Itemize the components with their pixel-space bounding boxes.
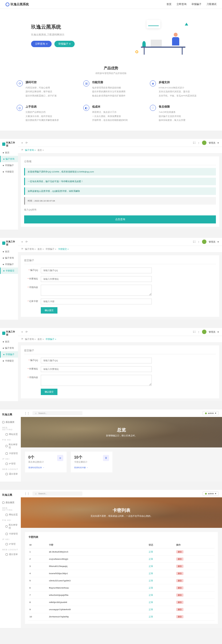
- stat-link[interactable]: 登录时传卡密 →: [74, 466, 109, 469]
- bc-tab-active[interactable]: 举报骗子 ×: [46, 338, 56, 341]
- search-input[interactable]: ⌕Search...: [32, 492, 82, 496]
- bc-refresh[interactable]: ⟳: [21, 338, 23, 341]
- topbar: ≡⟳ ⛶⋮管理员▾: [18, 139, 222, 147]
- delete-button[interactable]: 删除: [176, 572, 183, 575]
- expand-icon[interactable]: ⛶: [193, 241, 195, 243]
- sidebar-item[interactable]: 黑名单管理: [2, 522, 19, 531]
- nav-home[interactable]: 首页: [167, 2, 171, 6]
- sidebar-item[interactable]: IP管理: [2, 541, 19, 547]
- refresh-icon[interactable]: ⟳: [26, 141, 28, 144]
- sidebar-item-query[interactable]: 骗子查询: [0, 255, 18, 261]
- bc-tab[interactable]: 骗子查询 ×: [25, 248, 36, 251]
- sidebar-item-home[interactable]: 首页: [0, 338, 18, 345]
- sidebar-item-card[interactable]: 卡密提交: [0, 169, 18, 175]
- delete-button[interactable]: 删除: [176, 601, 183, 604]
- delete-button[interactable]: 删除: [176, 615, 183, 618]
- sidebar-item-card[interactable]: 卡密提交: [0, 358, 18, 364]
- delete-button[interactable]: 删除: [176, 579, 183, 582]
- menu-icon[interactable]: ≡: [21, 240, 23, 243]
- form-input[interactable]: [41, 358, 152, 363]
- avatar[interactable]: [202, 240, 206, 244]
- sidebar-item-report[interactable]: 举报骗子: [0, 162, 18, 169]
- search-input[interactable]: ⌕Search...: [32, 411, 82, 415]
- sidebar-item[interactable]: 卡密管理: [2, 450, 19, 456]
- menu-icon[interactable]: ⋮⋮: [24, 492, 30, 495]
- delete-button[interactable]: 删除: [176, 608, 183, 611]
- nav-query[interactable]: 立即查询: [176, 2, 186, 6]
- delete-button[interactable]: 删除: [176, 586, 183, 589]
- user-menu[interactable]: admin▾: [203, 411, 219, 415]
- form-input[interactable]: [41, 268, 152, 273]
- expand-icon[interactable]: ⛶: [193, 331, 195, 333]
- sidebar-item[interactable]: 网站设置: [2, 431, 19, 437]
- expand-icon[interactable]: ⛶: [193, 142, 195, 144]
- form-input[interactable]: [41, 276, 152, 282]
- bc-tab[interactable]: 骗子查询 ×: [25, 338, 36, 341]
- form-input[interactable]: [41, 285, 152, 296]
- sidebar-item-card[interactable]: 卡密提交: [0, 268, 18, 274]
- delete-button[interactable]: 删除: [176, 565, 183, 568]
- report-button[interactable]: 举报骗子 ⊙: [54, 41, 75, 47]
- chevron-down-icon[interactable]: ▾: [218, 331, 219, 333]
- admin-label[interactable]: 管理员: [209, 240, 215, 243]
- menu-icon[interactable]: ≡: [21, 141, 23, 144]
- avatar[interactable]: [202, 141, 206, 145]
- admin-label[interactable]: 管理员: [209, 141, 215, 144]
- sidebar-item[interactable]: 黑名单管理: [2, 442, 19, 450]
- sidebar-item-query[interactable]: 骗子查询: [0, 156, 18, 162]
- avatar[interactable]: [202, 330, 206, 334]
- bc-tab-home[interactable]: 首页 ×: [37, 149, 44, 152]
- sidebar-item[interactable]: 退出登录: [2, 471, 19, 477]
- delete-button[interactable]: 删除: [176, 558, 183, 561]
- sidebar-item[interactable]: 网站设置: [2, 512, 19, 518]
- bc-tab-query[interactable]: 骗子查询 ×: [25, 149, 36, 152]
- admin-label[interactable]: 管理员: [209, 330, 215, 334]
- refresh-icon[interactable]: ⟳: [26, 330, 28, 333]
- more-icon[interactable]: ⋮: [198, 241, 200, 243]
- bc-refresh[interactable]: ⟳: [21, 248, 23, 251]
- submit-button[interactable]: 确认提交: [41, 307, 57, 314]
- nav-report[interactable]: 举报骗子: [191, 2, 201, 6]
- delete-button[interactable]: 删除: [176, 594, 183, 597]
- form-input[interactable]: [41, 299, 152, 304]
- logo-text: 玖逸云黑系统: [11, 2, 29, 6]
- query-button[interactable]: 立即查询 ⊙: [31, 41, 52, 47]
- bc-tab-active[interactable]: 卡密提交 ×: [58, 248, 69, 251]
- chevron-down-icon[interactable]: ▾: [218, 142, 219, 144]
- menu-icon[interactable]: ≡: [21, 330, 23, 333]
- sidebar-item[interactable]: 卡密管理: [2, 531, 19, 537]
- bc-tab[interactable]: 首页 ×: [37, 248, 44, 251]
- sidebar-item-home[interactable]: 首页: [0, 149, 18, 156]
- sidebar-item[interactable]: 退出登录: [2, 551, 19, 557]
- sidebar-item[interactable]: 后台首页: [2, 419, 19, 425]
- sidebar-item-query[interactable]: 骗子查询: [0, 345, 18, 351]
- cell-action: 删除: [175, 599, 215, 606]
- chevron-down-icon[interactable]: ▾: [218, 241, 219, 243]
- cell-status: 正常: [148, 556, 175, 563]
- sidebar-item[interactable]: 后台首页: [2, 500, 19, 505]
- form-input[interactable]: [41, 366, 152, 372]
- form-input[interactable]: [41, 375, 152, 386]
- admin-sidebar: 玖逸云黑 后台首页WEB SETTING网站设置PIN HEI黑名单管理卡密管理…: [0, 490, 21, 628]
- refresh-icon[interactable]: ⟳: [26, 240, 28, 243]
- card-table: ID卡密状态操作 1a6.0kdku638bj1bv3正常删除2zcq1uttw…: [28, 542, 215, 620]
- bc-refresh[interactable]: ⟳: [21, 149, 23, 152]
- sidebar-item-home[interactable]: 首页: [0, 248, 18, 255]
- more-icon[interactable]: ⋮: [198, 142, 200, 144]
- delete-button[interactable]: 删除: [176, 550, 183, 553]
- item-icon: [6, 543, 8, 545]
- submit-button[interactable]: 确认提交: [41, 389, 57, 395]
- nav-test[interactable]: 刀客测试: [206, 2, 216, 6]
- more-icon[interactable]: ⋮: [198, 331, 200, 333]
- sidebar-item[interactable]: IP管理: [2, 461, 19, 467]
- bc-tab[interactable]: 举报骗子 ×: [46, 248, 56, 251]
- search-button[interactable]: 点击查询: [24, 215, 216, 223]
- stat-link[interactable]: 登录时传黑名单 →: [28, 466, 63, 469]
- user-menu[interactable]: admin▾: [203, 492, 219, 496]
- form-label: * 记录卡密: [24, 299, 41, 303]
- sidebar-item-report[interactable]: 举报骗子: [0, 351, 18, 358]
- bc-tab[interactable]: 首页 ×: [37, 338, 44, 341]
- sidebar-item-report[interactable]: 举报骗子: [0, 261, 18, 268]
- item-icon: [6, 525, 7, 528]
- menu-icon[interactable]: ⋮⋮: [24, 412, 30, 415]
